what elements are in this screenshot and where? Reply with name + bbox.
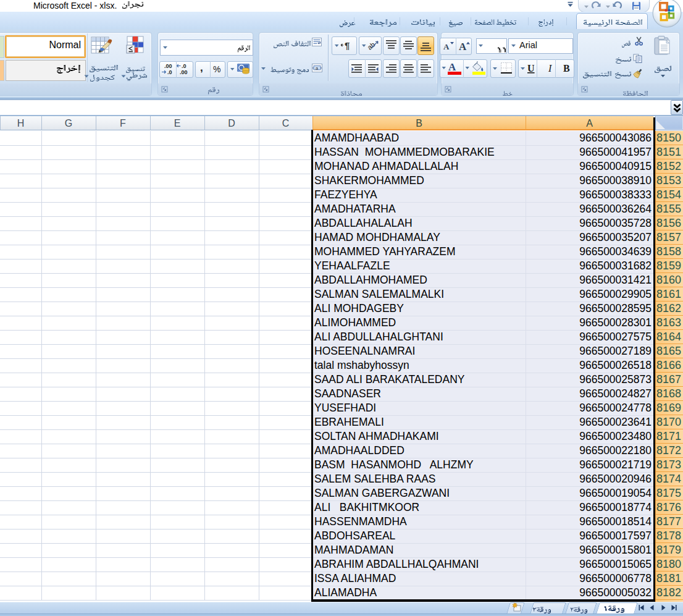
- svg-text:.00: .00: [180, 69, 188, 75]
- svg-text:ab: ab: [366, 41, 376, 51]
- svg-text:.00: .00: [164, 63, 172, 69]
- svg-text:¶: ¶: [345, 40, 350, 51]
- svg-text:U: U: [527, 63, 535, 74]
- svg-text:A: A: [459, 41, 467, 53]
- svg-text:B: B: [563, 63, 570, 74]
- svg-text:.0: .0: [182, 63, 186, 69]
- svg-text:A: A: [443, 42, 450, 51]
- svg-text:A: A: [448, 61, 456, 73]
- svg-text:.0: .0: [167, 69, 172, 75]
- svg-text:I: I: [548, 63, 552, 74]
